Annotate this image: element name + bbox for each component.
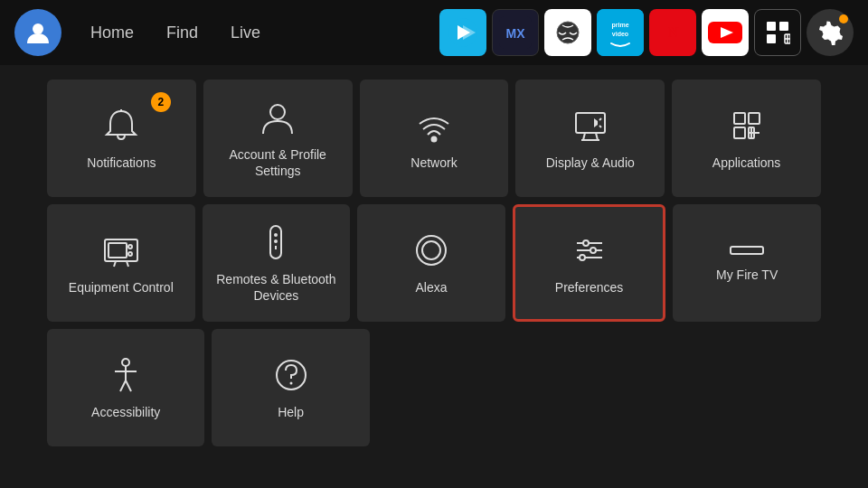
grid-row-3: Accessibility Help: [47, 329, 821, 446]
accessibility-icon: [106, 355, 146, 395]
wifi-icon: [414, 106, 454, 145]
nav-links: Home Find Live: [76, 16, 275, 50]
cell-network[interactable]: Network: [360, 80, 509, 197]
help-icon: [271, 355, 311, 395]
svg-point-48: [422, 241, 440, 259]
topbar: Home Find Live MX: [0, 0, 868, 65]
bell-icon: [101, 106, 141, 145]
sliders-icon: [570, 230, 609, 270]
svg-point-0: [33, 23, 43, 34]
svg-point-40: [128, 252, 132, 256]
cell-accessibility[interactable]: Accessibility: [47, 329, 204, 446]
svg-rect-38: [108, 243, 127, 258]
svg-rect-24: [576, 113, 605, 133]
svg-line-30: [599, 126, 601, 127]
svg-point-62: [289, 381, 292, 384]
svg-rect-32: [749, 113, 760, 124]
svg-line-25: [583, 133, 585, 140]
settings-notification-dot: [839, 14, 848, 23]
svg-rect-55: [731, 247, 763, 254]
svg-rect-31: [734, 113, 745, 124]
svg-line-29: [599, 118, 601, 120]
alexa-icon: [411, 230, 451, 270]
svg-text:MX: MX: [506, 26, 526, 41]
equipment-control-label: Equipment Control: [69, 279, 174, 296]
svg-point-47: [417, 236, 446, 265]
svg-point-44: [274, 233, 278, 237]
empty-cell-5: [678, 329, 821, 446]
app-prime[interactable]: prime video: [597, 9, 644, 56]
svg-line-60: [126, 380, 131, 391]
svg-point-39: [128, 245, 132, 249]
app-netflix[interactable]: N: [649, 9, 696, 56]
account-profile-label: Account & Profile Settings: [211, 146, 345, 179]
nav-live[interactable]: Live: [216, 16, 275, 50]
nav-find[interactable]: Find: [152, 16, 212, 50]
firetv-icon: [727, 243, 767, 258]
cell-notifications[interactable]: 2 Notifications: [47, 80, 196, 197]
preferences-label: Preferences: [555, 279, 623, 296]
svg-point-56: [122, 359, 129, 366]
app-youtube[interactable]: [702, 9, 749, 56]
person-icon: [258, 98, 297, 137]
cell-preferences[interactable]: Preferences: [513, 204, 666, 322]
alexa-label: Alexa: [415, 279, 447, 296]
cell-equipment-control[interactable]: Equipment Control: [47, 204, 195, 322]
notification-badge: 2: [151, 92, 171, 112]
tv-icon: [101, 230, 141, 270]
empty-cell-4: [527, 329, 670, 446]
app-mx[interactable]: MX: [492, 9, 539, 56]
app-icons-bar: MX prime video N: [439, 9, 854, 56]
svg-point-53: [590, 248, 596, 253]
grid-row-1: 2 Notifications Account & Profile Settin…: [47, 80, 821, 197]
settings-button[interactable]: [807, 9, 854, 56]
remote-icon: [256, 222, 296, 262]
cell-my-fire-tv[interactable]: My Fire TV: [673, 204, 821, 322]
cell-remotes-bluetooth[interactable]: Remotes & Bluetooth Devices: [203, 204, 351, 322]
cell-account-profile[interactable]: Account & Profile Settings: [203, 80, 353, 197]
accessibility-label: Accessibility: [91, 404, 160, 420]
applications-label: Applications: [712, 155, 781, 171]
app-sport[interactable]: [544, 9, 591, 56]
display-audio-label: Display & Audio: [546, 155, 635, 171]
apps-icon: [727, 106, 767, 145]
svg-point-54: [580, 255, 585, 260]
cell-applications[interactable]: Applications: [672, 80, 821, 197]
help-label: Help: [278, 404, 304, 420]
monitor-icon: [571, 106, 610, 145]
grid-row-2: Equipment Control Remotes & Bluetooth De…: [47, 204, 821, 322]
notifications-label: Notifications: [87, 155, 156, 171]
cell-display-audio[interactable]: Display & Audio: [515, 80, 665, 197]
svg-line-26: [596, 133, 598, 140]
remotes-bluetooth-label: Remotes & Bluetooth Devices: [210, 271, 344, 304]
svg-rect-14: [767, 22, 776, 31]
svg-text:prime: prime: [611, 22, 628, 29]
nav-home[interactable]: Home: [76, 16, 148, 50]
svg-rect-33: [734, 127, 745, 138]
user-avatar[interactable]: [14, 9, 61, 56]
svg-point-45: [274, 239, 278, 243]
svg-rect-16: [767, 34, 776, 43]
cell-help[interactable]: Help: [212, 329, 369, 446]
svg-point-52: [583, 240, 589, 246]
cell-alexa[interactable]: Alexa: [357, 204, 505, 322]
app-kodi[interactable]: [439, 9, 486, 56]
empty-cell-3: [377, 329, 520, 446]
svg-point-7: [557, 22, 579, 43]
svg-line-59: [120, 380, 126, 391]
svg-text:video: video: [612, 31, 628, 37]
svg-point-23: [431, 136, 436, 141]
app-grid[interactable]: [754, 9, 801, 56]
network-label: Network: [410, 155, 457, 171]
svg-rect-15: [779, 22, 788, 31]
svg-point-22: [270, 105, 285, 119]
settings-grid: 2 Notifications Account & Profile Settin…: [0, 65, 868, 461]
my-fire-tv-label: My Fire TV: [716, 267, 778, 283]
